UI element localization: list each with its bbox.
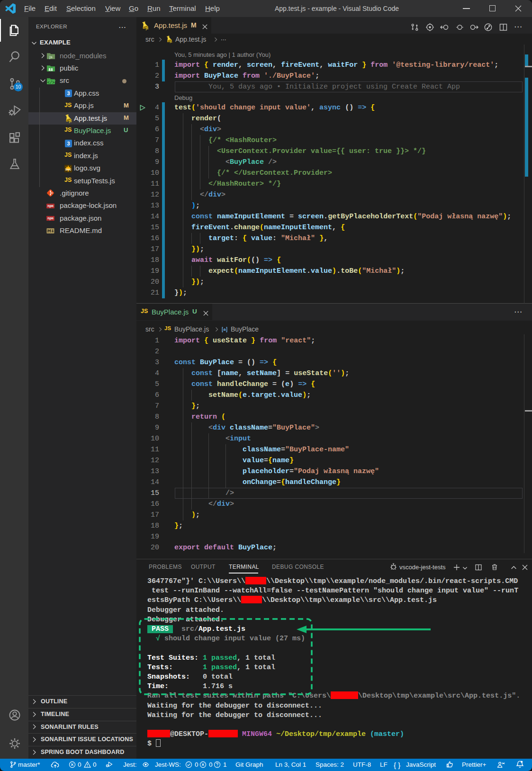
svg-text:js: js [49, 55, 52, 59]
svg-text:SVG: SVG [65, 168, 72, 171]
svg-text:js: js [69, 119, 72, 123]
svg-text:js: js [169, 40, 172, 43]
svg-text:js: js [145, 27, 149, 30]
svg-text:</>: </> [47, 81, 54, 85]
